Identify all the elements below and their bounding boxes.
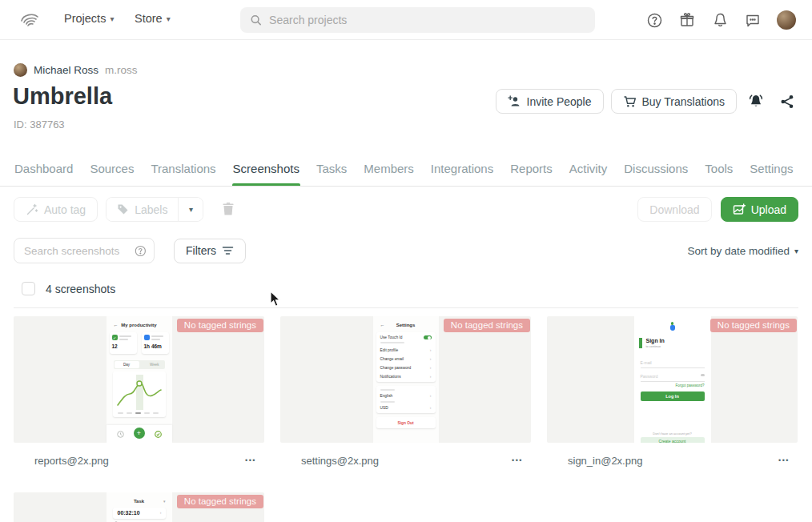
crowdin-logo-icon[interactable] — [19, 10, 40, 30]
status-badge: No tagged strings — [444, 319, 530, 332]
search-screenshots-field[interactable] — [14, 238, 155, 263]
tab-reports[interactable]: Reports — [509, 157, 553, 186]
nav-projects-menu[interactable]: Projects ▾ — [64, 12, 114, 25]
nav-projects-label: Projects — [64, 12, 106, 25]
download-button[interactable]: Download — [637, 197, 711, 222]
filters-button[interactable]: Filters — [174, 239, 246, 263]
tab-integrations[interactable]: Integrations — [430, 157, 494, 186]
screenshot-count: 4 screenshots — [46, 283, 115, 295]
plus-button-icon: + — [134, 428, 145, 439]
upload-button[interactable]: Upload — [721, 197, 798, 222]
notifications-bell-icon[interactable] — [711, 11, 729, 29]
tab-tasks[interactable]: Tasks — [316, 157, 348, 186]
help-circle-icon[interactable] — [135, 244, 147, 258]
divider — [14, 307, 798, 308]
screenshot-card-reports: No tagged strings ← My productivity ✓ 12… — [14, 316, 264, 478]
invite-people-button[interactable]: Invite People — [496, 89, 604, 114]
tab-screenshots[interactable]: Screenshots — [232, 157, 300, 186]
tab-settings[interactable]: Settings — [749, 157, 794, 186]
global-search[interactable] — [240, 7, 595, 33]
sort-dropdown[interactable]: Sort by date modified ▾ — [687, 245, 798, 257]
thumb-accent-bar — [639, 338, 642, 348]
labels-dropdown-toggle[interactable]: ▾ — [178, 198, 203, 221]
thumb-row-label: Edit profile — [380, 348, 399, 352]
chevron-right-icon: › — [430, 393, 432, 398]
card-menu-button[interactable]: ••• — [245, 456, 256, 464]
thumb-title: Task — [107, 499, 172, 504]
upload-label: Upload — [751, 203, 786, 216]
tab-dashboard[interactable]: Dashboard — [14, 157, 74, 186]
chevron-right-icon: › — [430, 347, 432, 352]
tab-sources[interactable]: Sources — [89, 157, 135, 186]
top-navbar: Projects ▾ Store ▾ — [0, 0, 812, 40]
eye-icon — [701, 374, 705, 376]
thumb-sign-out: Sign Out — [376, 417, 436, 428]
sort-label: Sort by date modified — [687, 245, 790, 257]
tab-translations[interactable]: Translations — [150, 157, 216, 186]
thumb-phone-mockup: ← Settings Use Touch Id Edit profile › C… — [373, 316, 439, 443]
filters-label: Filters — [186, 244, 216, 257]
gift-icon[interactable] — [678, 11, 696, 29]
thumb-bottom-bar: + — [107, 425, 172, 443]
chevron-right-icon: › — [430, 374, 432, 379]
status-badge: No tagged strings — [177, 319, 263, 332]
screenshot-thumbnail[interactable]: No tagged strings ← Settings Use Touch I… — [280, 316, 531, 443]
screenshot-filename[interactable]: settings@2x.png — [301, 455, 379, 467]
card-menu-button[interactable]: ••• — [512, 456, 523, 464]
screenshot-thumbnail[interactable]: No tagged strings Sign In to continue E-… — [547, 316, 798, 443]
screenshot-filename[interactable]: sign_in@2x.png — [568, 455, 642, 467]
text-placeholder — [151, 335, 163, 337]
text-placeholder — [153, 412, 159, 414]
project-tabs: Dashboard Sources Translations Screensho… — [0, 157, 812, 187]
thumb-row-label: Notifications — [380, 375, 401, 379]
nav-store-menu[interactable]: Store ▾ — [135, 12, 171, 25]
mouse-cursor — [270, 291, 282, 307]
project-owner[interactable]: Michael Ross m.ross — [14, 63, 138, 77]
subscribe-bell-button[interactable] — [744, 90, 768, 114]
text-placeholder — [127, 412, 132, 414]
thumb-no-account: Don't have an account yet? — [634, 432, 711, 436]
buy-translations-button[interactable]: Buy Translations — [611, 89, 738, 114]
search-projects-input[interactable] — [269, 14, 585, 26]
delete-button[interactable] — [222, 202, 238, 218]
select-all-checkbox[interactable] — [22, 282, 35, 295]
tab-members[interactable]: Members — [363, 157, 415, 186]
thumb-create-account: Create account — [641, 437, 705, 443]
screenshot-filename[interactable]: reports@2x.png — [34, 455, 109, 467]
image-add-icon — [733, 203, 746, 215]
help-icon[interactable] — [645, 11, 663, 29]
thumb-stat-card: 1h 46m — [142, 332, 169, 354]
thumb-row-label: English — [380, 394, 393, 398]
labels-split-button: Labels ▾ — [106, 197, 203, 222]
tab-discussions[interactable]: Discussions — [623, 157, 689, 186]
text-placeholder — [380, 342, 404, 343]
thumb-timer: 00:32:10 — [118, 510, 140, 516]
screenshot-thumbnail[interactable]: No tagged strings ← My productivity ✓ 12… — [14, 316, 264, 443]
share-button[interactable] — [775, 90, 799, 114]
card-menu-button[interactable]: ••• — [778, 456, 790, 464]
clock-icon — [144, 335, 150, 340]
thumb-stat-card: ✓ 12 — [110, 332, 137, 354]
thumb-subtitle: to continue — [646, 345, 661, 348]
thumb-timer-card: 00:32:10 › — [113, 508, 166, 519]
tab-activity[interactable]: Activity — [569, 157, 609, 186]
messages-icon[interactable] — [744, 11, 762, 29]
auto-tag-button[interactable]: Auto tag — [14, 197, 98, 222]
text-placeholder — [119, 339, 128, 340]
user-avatar[interactable] — [777, 10, 796, 30]
status-badge: No tagged strings — [177, 495, 263, 508]
thumb-title: My productivity — [107, 323, 172, 327]
thumb-title: Settings — [373, 323, 439, 327]
thumb-stat-value: 12 — [112, 343, 118, 349]
labels-button[interactable]: Labels — [107, 198, 178, 221]
check-icon: ✓ — [112, 335, 118, 340]
tab-tools[interactable]: Tools — [704, 157, 734, 186]
thumb-row-label: USD — [380, 406, 388, 410]
cart-icon — [623, 95, 637, 108]
chevron-down-icon: ▾ — [110, 14, 114, 23]
search-screenshots-input[interactable] — [24, 245, 130, 257]
thumb-stat-value: 1h 46m — [144, 343, 162, 349]
screenshot-thumbnail[interactable]: No tagged strings Task ▾ 00:32:10 › — [14, 492, 264, 522]
tag-icon — [117, 203, 129, 215]
thumb-tab-day: Day — [115, 361, 139, 368]
